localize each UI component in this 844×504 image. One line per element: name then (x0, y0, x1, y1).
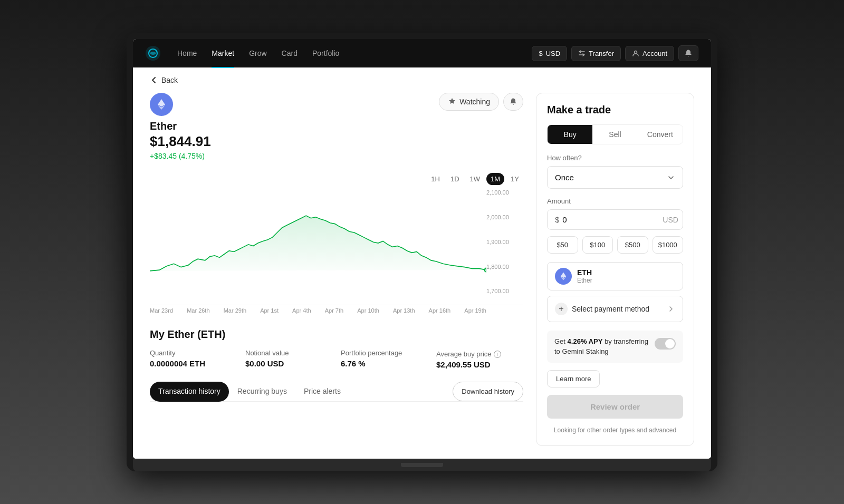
payment-label: Select payment method (572, 305, 663, 313)
stat-notional: Notional value $0.00 USD (245, 349, 332, 369)
tab-transaction-history[interactable]: Transaction history (150, 382, 229, 402)
dollar-icon: $ (539, 50, 542, 57)
trade-tab-sell[interactable]: Sell (592, 125, 637, 144)
main-content: Back (133, 67, 711, 458)
nav-portfolio[interactable]: Portfolio (306, 46, 346, 61)
chart-container: 1H 1D 1W 1M 1Y (150, 173, 523, 314)
preset-amounts: $50 $100 $500 $1000 (547, 236, 683, 254)
staking-toggle[interactable] (655, 338, 676, 350)
tab-recurring-buys[interactable]: Recurring buys (229, 382, 295, 402)
nav-home[interactable]: Home (171, 46, 203, 61)
transfer-icon (578, 50, 586, 57)
asset-change: +$83.45 (4.75%) (150, 152, 205, 160)
nav-grow[interactable]: Grow (243, 46, 273, 61)
asset-header: Ether $1,844.91 +$83.45 (4.75%) Watching (150, 93, 523, 160)
back-button[interactable]: Back (150, 76, 178, 84)
alert-button[interactable] (503, 93, 523, 111)
account-icon (632, 50, 639, 57)
nav-card[interactable]: Card (275, 46, 304, 61)
payment-method-selector[interactable]: + Select payment method (547, 296, 683, 322)
trade-tabs: Buy Sell Convert (547, 124, 683, 144)
transfer-button[interactable]: Transfer (571, 46, 621, 61)
chevron-right-icon (667, 305, 675, 313)
stat-portfolio: Portfolio percentage 6.76 % (341, 349, 428, 369)
amount-input[interactable] (562, 215, 663, 224)
asset-actions: Watching (439, 93, 523, 111)
staking-text: Get 4.26% APY by transferring to Gemini … (554, 337, 649, 356)
bell-alert-icon (509, 98, 517, 106)
account-button[interactable]: Account (625, 46, 674, 61)
eth-asset-icon (555, 268, 572, 285)
staking-offer: Get 4.26% APY by transferring to Gemini … (547, 331, 683, 362)
trade-panel: Make a trade Buy Sell Convert How often?… (536, 93, 694, 445)
svg-point-1 (635, 51, 637, 54)
logo[interactable] (146, 46, 160, 61)
download-history-button[interactable]: Download history (453, 382, 523, 401)
time-1w[interactable]: 1W (466, 173, 485, 185)
time-1d[interactable]: 1D (446, 173, 464, 185)
trade-title: Make a trade (547, 104, 683, 116)
preset-50[interactable]: $50 (547, 236, 578, 254)
account-label: Account (642, 50, 667, 57)
navigation: Home Market Grow Card Portfolio $ USD Tr… (133, 39, 711, 67)
asset-price: $1,844.91 (150, 133, 211, 150)
preset-100[interactable]: $100 (582, 236, 613, 254)
stat-avg-price: Average buy price i $2,409.55 USD (436, 349, 523, 369)
asset-select-info: ETH Ether (577, 268, 592, 284)
usd-label: USD (546, 50, 560, 57)
transfer-label: Transfer (589, 50, 614, 57)
star-icon (448, 98, 456, 106)
stat-quantity: Quantity 0.0000004 ETH (150, 349, 237, 369)
notifications-button[interactable] (678, 45, 698, 61)
how-often-label: How often? (547, 154, 683, 162)
amount-label: Amount (547, 197, 683, 205)
preset-500[interactable]: $500 (617, 236, 648, 254)
asset-logo (150, 93, 173, 116)
trade-tab-convert[interactable]: Convert (638, 125, 683, 144)
usd-button[interactable]: $ USD (532, 46, 567, 61)
eth-icon (155, 98, 168, 111)
chart-svg (150, 189, 486, 285)
nav-market[interactable]: Market (205, 46, 241, 61)
amount-input-wrapper: $ USD (547, 209, 683, 230)
avg-price-info-icon[interactable]: i (494, 351, 501, 358)
back-arrow-icon (150, 76, 158, 84)
my-eth-section: My Ether (ETH) Quantity 0.0000004 ETH No… (150, 328, 523, 402)
my-eth-title: My Ether (ETH) (150, 328, 523, 341)
nav-links: Home Market Grow Card Portfolio (171, 46, 532, 61)
time-1h[interactable]: 1H (427, 173, 444, 185)
learn-more-button[interactable]: Learn more (547, 370, 600, 387)
right-panel: Make a trade Buy Sell Convert How often?… (536, 93, 694, 445)
time-filters: 1H 1D 1W 1M 1Y (150, 173, 523, 185)
review-order-button[interactable]: Review order (547, 395, 683, 419)
tab-price-alerts[interactable]: Price alerts (295, 382, 349, 402)
asset-info: Ether $1,844.91 +$83.45 (4.75%) (150, 93, 211, 160)
trade-tab-buy[interactable]: Buy (548, 125, 592, 144)
time-1y[interactable]: 1Y (506, 173, 523, 185)
preset-1000[interactable]: $1000 (653, 236, 684, 254)
dollar-sign: $ (555, 215, 559, 224)
asset-selector[interactable]: ETH Ether (547, 262, 683, 290)
time-1m[interactable]: 1M (486, 173, 504, 185)
chevron-down-icon (667, 173, 675, 182)
nav-right: $ USD Transfer Account (532, 45, 698, 61)
stats-grid: Quantity 0.0000004 ETH Notional value $0… (150, 349, 523, 369)
chart-y-labels: 2,100.00 2,000.00 1,900.00 1,800.00 1,70… (486, 189, 523, 294)
watch-label: Watching (459, 98, 490, 106)
price-chart: 2,100.00 2,000.00 1,900.00 1,800.00 1,70… (150, 189, 523, 305)
back-label: Back (161, 76, 178, 84)
currency-label: USD (663, 216, 678, 224)
left-panel: Ether $1,844.91 +$83.45 (4.75%) Watching (150, 93, 523, 445)
watch-button[interactable]: Watching (439, 93, 499, 111)
asset-name: Ether (150, 120, 177, 132)
chart-dates: Mar 23rd Mar 26th Mar 29th Apr 1st Apr 4… (150, 307, 523, 314)
frequency-dropdown[interactable]: Once (547, 166, 683, 189)
bell-icon (684, 49, 693, 57)
advanced-text: Looking for other order types and advanc… (547, 426, 683, 435)
frequency-value: Once (555, 173, 574, 182)
add-payment-icon: + (555, 303, 568, 315)
tab-bar: Transaction history Recurring buys Price… (150, 382, 523, 402)
eth-logo-icon (559, 272, 568, 281)
